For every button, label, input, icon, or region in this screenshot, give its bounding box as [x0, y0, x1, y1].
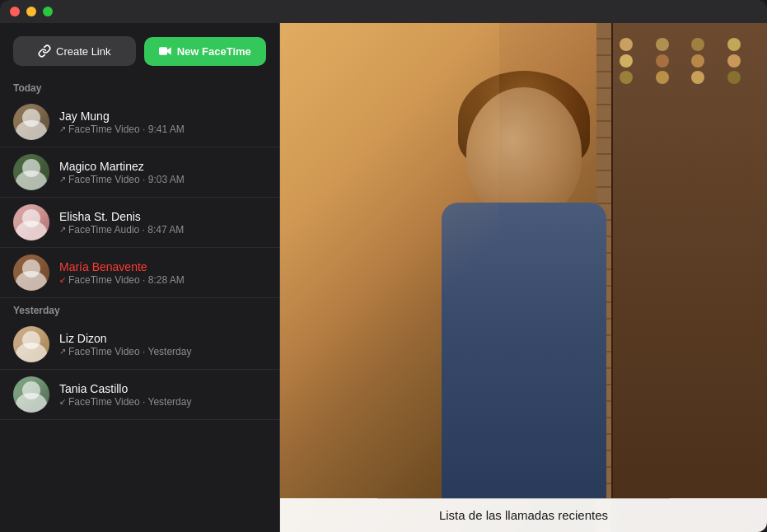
call-detail: ↗ FaceTime Video · 9:41 AM: [59, 124, 266, 135]
call-name: Elisha St. Denis: [59, 210, 266, 223]
video-cam-icon: [159, 46, 172, 56]
call-detail: ↙ FaceTime Video · Yesterday: [59, 396, 266, 408]
direction-icon: ↙: [59, 397, 66, 406]
sidebar: Create Link New FaceTime Today: [0, 23, 280, 532]
yesterday-section-label: Yesterday: [0, 298, 279, 320]
call-name: Liz Dizon: [59, 332, 266, 345]
avatar-tania: [13, 376, 49, 413]
link-icon: [38, 44, 51, 58]
call-type-time: FaceTime Video · 8:28 AM: [68, 274, 185, 286]
call-detail: ↙ FaceTime Video · 8:28 AM: [59, 274, 266, 286]
tooltip-border-line: [377, 498, 670, 499]
call-list-scroll[interactable]: Today Jay Mung ↗ FaceTime Video · 9:41 A…: [0, 76, 279, 532]
call-type-time: FaceTime Video · Yesterday: [68, 396, 191, 408]
sidebar-header: Create Link New FaceTime: [0, 23, 279, 76]
direction-icon: ↗: [59, 175, 66, 184]
main-content: Create Link New FaceTime Today: [0, 23, 767, 532]
title-bar: [0, 0, 767, 23]
avatar-liz: [13, 326, 49, 362]
call-item-jay-mung[interactable]: Jay Mung ↗ FaceTime Video · 9:41 AM: [0, 97, 279, 147]
photo-panel: Lista de las llamadas recientes: [280, 23, 767, 532]
avatar-magico-martinez: [13, 154, 49, 190]
maximize-button[interactable]: [43, 7, 53, 16]
call-item-liz-dizon[interactable]: Liz Dizon ↗ FaceTime Video · Yesterday: [0, 320, 279, 370]
call-info-maria: María Benavente ↙ FaceTime Video · 8:28 …: [59, 260, 266, 286]
call-info-tania: Tania Castillo ↙ FaceTime Video · Yester…: [59, 382, 266, 408]
call-type-time: FaceTime Video · 9:41 AM: [68, 124, 185, 135]
call-name: Magico Martinez: [59, 160, 266, 173]
call-detail: ↗ FaceTime Video · 9:03 AM: [59, 174, 266, 185]
call-item-magico-martinez[interactable]: Magico Martinez ↗ FaceTime Video · 9:03 …: [0, 147, 279, 198]
avatar-maria: [13, 254, 49, 291]
tooltip-bar: Lista de las llamadas recientes: [280, 498, 767, 532]
person-head: [466, 87, 582, 219]
person-silhouette: [400, 87, 648, 499]
photo-background: [280, 23, 767, 532]
call-type-time: FaceTime Audio · 8:47 AM: [68, 224, 184, 236]
call-name: Tania Castillo: [59, 382, 266, 395]
avatar-elisha: [13, 204, 49, 240]
call-detail: ↗ FaceTime Audio · 8:47 AM: [59, 224, 266, 236]
call-info-magico: Magico Martinez ↗ FaceTime Video · 9:03 …: [59, 160, 266, 185]
svg-rect-0: [159, 47, 167, 54]
call-item-maria-benavente[interactable]: María Benavente ↙ FaceTime Video · 8:28 …: [0, 248, 279, 298]
tooltip-text: Lista de las llamadas recientes: [439, 508, 608, 522]
call-info-liz: Liz Dizon ↗ FaceTime Video · Yesterday: [59, 332, 266, 357]
call-type-time: FaceTime Video · 9:03 AM: [68, 174, 185, 185]
create-link-button[interactable]: Create Link: [13, 36, 136, 66]
direction-icon: ↗: [59, 124, 66, 133]
call-type-time: FaceTime Video · Yesterday: [68, 346, 191, 357]
person-body: [442, 203, 606, 499]
avatar-jay-mung: [13, 104, 49, 140]
wall-right: [611, 23, 767, 532]
call-item-tania-castillo[interactable]: Tania Castillo ↙ FaceTime Video · Yester…: [0, 370, 279, 420]
minimize-button[interactable]: [26, 7, 36, 16]
close-button[interactable]: [10, 7, 20, 16]
today-section-label: Today: [0, 76, 279, 97]
call-detail: ↗ FaceTime Video · Yesterday: [59, 346, 266, 357]
new-facetime-button[interactable]: New FaceTime: [144, 37, 267, 66]
call-name-missed: María Benavente: [59, 260, 266, 273]
wall-decorations: [613, 31, 767, 91]
call-item-elisha-st-denis[interactable]: Elisha St. Denis ↗ FaceTime Audio · 8:47…: [0, 198, 279, 248]
facetime-window: Create Link New FaceTime Today: [0, 0, 767, 532]
direction-icon: ↙: [59, 275, 66, 284]
call-info-elisha: Elisha St. Denis ↗ FaceTime Audio · 8:47…: [59, 210, 266, 236]
create-link-label: Create Link: [56, 45, 110, 58]
direction-icon: ↗: [59, 225, 66, 234]
call-name: Jay Mung: [59, 110, 266, 123]
direction-icon: ↗: [59, 347, 66, 356]
new-facetime-label: New FaceTime: [177, 45, 251, 58]
call-info-jay-mung: Jay Mung ↗ FaceTime Video · 9:41 AM: [59, 110, 266, 135]
